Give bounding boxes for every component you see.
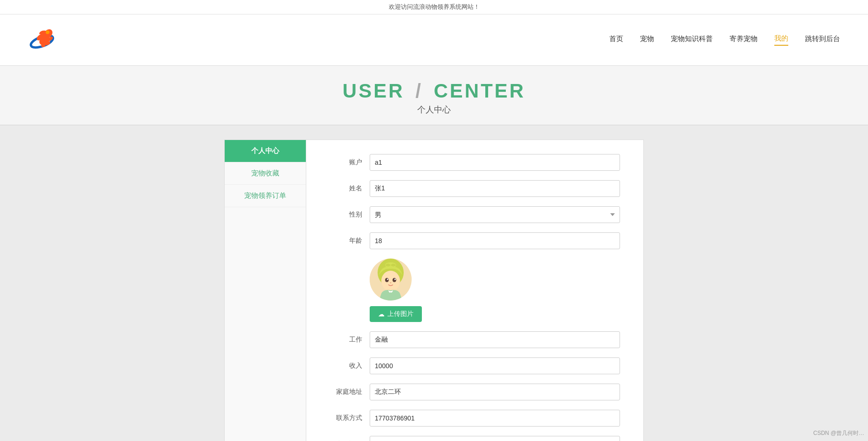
field-account: 账户 [330,154,620,171]
nav-knowledge[interactable]: 宠物知识科普 [671,35,713,45]
input-income[interactable] [370,357,620,374]
field-income: 收入 [330,357,620,374]
page-title-en: USER / CENTER [0,80,868,102]
svg-point-7 [393,278,396,282]
avatar-section: ☁ 上传图片 [370,259,620,322]
svg-point-1 [46,30,49,34]
upload-label: 上传图片 [387,310,413,318]
nav-mine[interactable]: 我的 [774,34,788,46]
announcement-text: 欢迎访问流浪动物领养系统网站！ [389,3,480,10]
avatar-image [370,259,412,301]
sidebar-item-profile[interactable]: 个人中心 [225,140,306,162]
label-income: 收入 [330,362,362,370]
label-work: 工作 [330,336,362,344]
input-account[interactable] [370,154,620,171]
content-wrapper: 个人中心 宠物收藏 宠物领养订单 账户 姓名 性别 男 女 [224,140,644,441]
label-age: 年龄 [330,237,362,245]
input-name[interactable] [370,180,620,197]
main-nav: 首页 宠物 宠物知识科普 寄养宠物 我的 跳转到后台 [609,34,840,46]
input-contact[interactable] [370,410,620,427]
nav-home[interactable]: 首页 [609,35,623,45]
label-account: 账户 [330,158,362,167]
nav-backend[interactable]: 跳转到后台 [805,35,840,45]
svg-point-6 [385,278,389,282]
avatar [370,259,412,301]
field-name: 姓名 [330,180,620,197]
input-work[interactable] [370,331,620,348]
label-address: 家庭地址 [330,388,362,396]
page-title-area: USER / CENTER 个人中心 [0,66,868,126]
field-address: 家庭地址 [330,384,620,400]
nav-foster[interactable]: 寄养宠物 [730,35,758,45]
form-area: 账户 姓名 性别 男 女 年龄 [306,140,644,441]
input-idcard[interactable] [370,436,620,441]
field-contact: 联系方式 [330,410,620,427]
input-age[interactable] [370,232,620,249]
select-gender[interactable]: 男 女 [370,206,620,223]
field-gender: 性别 男 女 [330,206,620,223]
field-idcard: 身份证号 [330,436,620,441]
header: 首页 宠物 宠物知识科普 寄养宠物 我的 跳转到后台 [0,14,868,66]
upload-icon: ☁ [378,310,385,318]
label-contact: 联系方式 [330,414,362,422]
field-age: 年龄 [330,232,620,249]
label-gender: 性别 [330,210,362,219]
logo-area [28,24,61,56]
field-work: 工作 [330,331,620,348]
svg-point-10 [390,282,392,283]
label-name: 姓名 [330,184,362,193]
sidebar-item-orders[interactable]: 宠物领养订单 [225,185,306,207]
upload-button[interactable]: ☁ 上传图片 [370,306,422,322]
input-address[interactable] [370,384,620,400]
announcement-bar: 欢迎访问流浪动物领养系统网站！ [0,0,868,14]
sidebar-item-favorites[interactable]: 宠物收藏 [225,162,306,185]
logo-icon [28,24,61,56]
svg-point-4 [381,271,400,291]
page-title-zh: 个人中心 [0,104,868,115]
sidebar: 个人中心 宠物收藏 宠物领养订单 [224,140,306,441]
nav-pet[interactable]: 宠物 [640,35,654,45]
watermark: CSDN @曾几何时… [813,429,864,437]
main-content: 个人中心 宠物收藏 宠物领养订单 账户 姓名 性别 男 女 [0,126,868,441]
svg-point-9 [394,279,396,280]
svg-point-8 [387,279,388,280]
